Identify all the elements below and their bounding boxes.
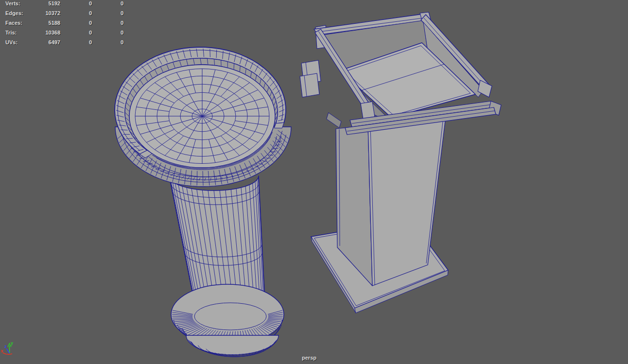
maya-viewport[interactable]: Verts: 5192 0 0 Edges: 10372 0 0 Faces: … (0, 0, 628, 364)
axis-z-label: z (4, 344, 7, 349)
podium-object[interactable] (300, 12, 501, 313)
view-axis-gizmo: x y z (0, 339, 22, 364)
hud-value: 0 (80, 10, 101, 16)
hud-value: 0 (111, 0, 133, 6)
hud-row-edges: Edges: 10372 0 0 (0, 10, 141, 19)
axis-z-arrow (7, 349, 10, 354)
hud-value: 6497 (17, 39, 60, 45)
hud-row-faces: Faces: 5188 0 0 (0, 19, 141, 29)
axis-x-label: x (0, 348, 3, 353)
poly-count-hud: Verts: 5192 0 0 Edges: 10372 0 0 Faces: … (0, 0, 141, 49)
hud-row-verts: Verts: 5192 0 0 (0, 0, 141, 10)
hud-value: 0 (111, 10, 133, 16)
hud-value: 10372 (17, 10, 60, 16)
camera-name-label: persp (294, 355, 325, 361)
pedestal-object[interactable] (115, 47, 291, 357)
hud-value: 0 (80, 30, 101, 35)
hud-row-uvs: UVs: 6497 0 0 (0, 39, 141, 49)
wireframe-scene (0, 0, 628, 364)
hud-row-tris: Tris: 10368 0 0 (0, 29, 141, 39)
hud-value: 0 (111, 20, 133, 26)
hud-value: 0 (111, 30, 133, 35)
hud-value: 5192 (17, 0, 60, 6)
hud-value: 10368 (17, 30, 60, 35)
hud-value: 0 (111, 39, 133, 45)
hud-value: 0 (80, 39, 101, 45)
hud-value: 0 (80, 0, 101, 6)
hud-value: 5188 (17, 20, 60, 26)
axis-y-label: y (11, 341, 13, 346)
hud-value: 0 (80, 20, 101, 26)
axis-x-arrow (3, 353, 13, 354)
